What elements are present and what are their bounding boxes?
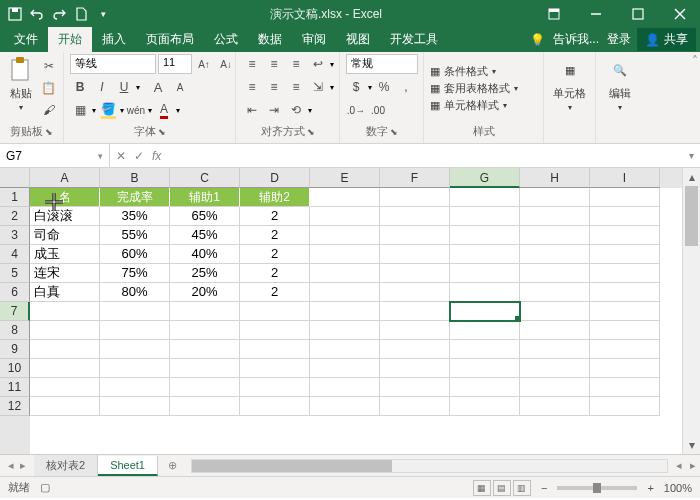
font-grow-icon[interactable]: A bbox=[148, 77, 168, 97]
cell-A5[interactable]: 连宋 bbox=[30, 264, 100, 283]
copy-icon[interactable]: 📋 bbox=[39, 78, 59, 98]
cell-B4[interactable]: 60% bbox=[100, 245, 170, 264]
cell-H12[interactable] bbox=[520, 397, 590, 416]
cell-I5[interactable] bbox=[590, 264, 660, 283]
cell-E5[interactable] bbox=[310, 264, 380, 283]
cell-H3[interactable] bbox=[520, 226, 590, 245]
cell-H2[interactable] bbox=[520, 207, 590, 226]
cell-C2[interactable]: 65% bbox=[170, 207, 240, 226]
zoom-slider[interactable] bbox=[557, 486, 637, 490]
tab-nav-prev-icon[interactable]: ◂ bbox=[8, 459, 14, 472]
cell-H5[interactable] bbox=[520, 264, 590, 283]
tab-file[interactable]: 文件 bbox=[4, 27, 48, 52]
cell-H1[interactable] bbox=[520, 188, 590, 207]
cell-I10[interactable] bbox=[590, 359, 660, 378]
tell-me-icon[interactable]: 💡 bbox=[524, 33, 551, 47]
save-icon[interactable] bbox=[8, 7, 22, 21]
cell-G12[interactable] bbox=[450, 397, 520, 416]
hscroll-thumb[interactable] bbox=[192, 460, 392, 472]
spreadsheet-grid[interactable]: ABCDEFGHI 123456789101112 名完成率辅助1辅助2白滚滚3… bbox=[0, 168, 700, 454]
cell-D10[interactable] bbox=[240, 359, 310, 378]
edit-button[interactable]: 🔍 编辑 ▾ bbox=[604, 54, 636, 114]
cell-G10[interactable] bbox=[450, 359, 520, 378]
cell-I7[interactable] bbox=[590, 302, 660, 321]
cell-A11[interactable] bbox=[30, 378, 100, 397]
view-page-layout-icon[interactable]: ▤ bbox=[493, 480, 511, 496]
cell-I12[interactable] bbox=[590, 397, 660, 416]
cell-E2[interactable] bbox=[310, 207, 380, 226]
font-shrink-icon[interactable]: A bbox=[170, 77, 190, 97]
zoom-out-icon[interactable]: − bbox=[541, 482, 547, 494]
cell-G5[interactable] bbox=[450, 264, 520, 283]
border-icon[interactable]: ▦ bbox=[70, 100, 90, 120]
paste-button[interactable]: 粘贴 ▾ bbox=[5, 54, 37, 120]
cell-A10[interactable] bbox=[30, 359, 100, 378]
col-header-I[interactable]: I bbox=[590, 168, 660, 188]
add-sheet-icon[interactable]: ⊕ bbox=[158, 459, 187, 472]
tab-dev[interactable]: 开发工具 bbox=[380, 27, 448, 52]
cell-D1[interactable]: 辅助2 bbox=[240, 188, 310, 207]
cell-B5[interactable]: 75% bbox=[100, 264, 170, 283]
cell-G9[interactable] bbox=[450, 340, 520, 359]
cell-D4[interactable]: 2 bbox=[240, 245, 310, 264]
conditional-format-button[interactable]: ▦条件格式▾ bbox=[430, 64, 518, 79]
tab-view[interactable]: 视图 bbox=[336, 27, 380, 52]
tab-formulas[interactable]: 公式 bbox=[204, 27, 248, 52]
cell-H8[interactable] bbox=[520, 321, 590, 340]
align-top-icon[interactable]: ≡ bbox=[242, 54, 262, 74]
cell-D2[interactable]: 2 bbox=[240, 207, 310, 226]
select-all-corner[interactable] bbox=[0, 168, 30, 188]
hscroll-left-icon[interactable]: ◂ bbox=[672, 459, 686, 472]
cell-E1[interactable] bbox=[310, 188, 380, 207]
percent-icon[interactable]: % bbox=[374, 77, 394, 97]
namebox-dropdown-icon[interactable]: ▾ bbox=[98, 151, 103, 161]
cell-E8[interactable] bbox=[310, 321, 380, 340]
cell-C3[interactable]: 45% bbox=[170, 226, 240, 245]
cell-B8[interactable] bbox=[100, 321, 170, 340]
cell-G3[interactable] bbox=[450, 226, 520, 245]
cell-H4[interactable] bbox=[520, 245, 590, 264]
decrease-decimal-icon[interactable]: .00 bbox=[368, 100, 388, 120]
row-header-4[interactable]: 4 bbox=[0, 245, 30, 264]
cell-F9[interactable] bbox=[380, 340, 450, 359]
row-header-8[interactable]: 8 bbox=[0, 321, 30, 340]
cell-C10[interactable] bbox=[170, 359, 240, 378]
wrap-text-icon[interactable]: ↩ bbox=[308, 54, 328, 74]
cell-E12[interactable] bbox=[310, 397, 380, 416]
col-header-C[interactable]: C bbox=[170, 168, 240, 188]
cell-H9[interactable] bbox=[520, 340, 590, 359]
row-header-11[interactable]: 11 bbox=[0, 378, 30, 397]
cancel-formula-icon[interactable]: ✕ bbox=[116, 149, 126, 163]
cell-G6[interactable] bbox=[450, 283, 520, 302]
col-header-H[interactable]: H bbox=[520, 168, 590, 188]
sheet-tab-1[interactable]: 核对表2 bbox=[34, 455, 98, 476]
cell-B9[interactable] bbox=[100, 340, 170, 359]
row-header-12[interactable]: 12 bbox=[0, 397, 30, 416]
cell-E9[interactable] bbox=[310, 340, 380, 359]
cell-C6[interactable]: 20% bbox=[170, 283, 240, 302]
maximize-icon[interactable] bbox=[618, 0, 658, 28]
cell-F5[interactable] bbox=[380, 264, 450, 283]
cell-G11[interactable] bbox=[450, 378, 520, 397]
cell-E11[interactable] bbox=[310, 378, 380, 397]
col-header-F[interactable]: F bbox=[380, 168, 450, 188]
number-format-select[interactable]: 常规 bbox=[346, 54, 418, 74]
cell-D5[interactable]: 2 bbox=[240, 264, 310, 283]
new-file-icon[interactable] bbox=[74, 7, 88, 21]
cell-I11[interactable] bbox=[590, 378, 660, 397]
cell-E6[interactable] bbox=[310, 283, 380, 302]
cell-I1[interactable] bbox=[590, 188, 660, 207]
redo-icon[interactable] bbox=[52, 7, 66, 21]
cell-F10[interactable] bbox=[380, 359, 450, 378]
cells-button[interactable]: ▦ 单元格 ▾ bbox=[551, 54, 588, 114]
number-launcher-icon[interactable]: ⬊ bbox=[390, 127, 398, 137]
increase-indent-icon[interactable]: ⇥ bbox=[264, 100, 284, 120]
cell-C12[interactable] bbox=[170, 397, 240, 416]
horizontal-scrollbar[interactable] bbox=[191, 459, 668, 473]
font-name-select[interactable]: 等线 bbox=[70, 54, 156, 74]
view-page-break-icon[interactable]: ▥ bbox=[513, 480, 531, 496]
cell-I3[interactable] bbox=[590, 226, 660, 245]
cell-C1[interactable]: 辅助1 bbox=[170, 188, 240, 207]
cell-D6[interactable]: 2 bbox=[240, 283, 310, 302]
cell-H10[interactable] bbox=[520, 359, 590, 378]
